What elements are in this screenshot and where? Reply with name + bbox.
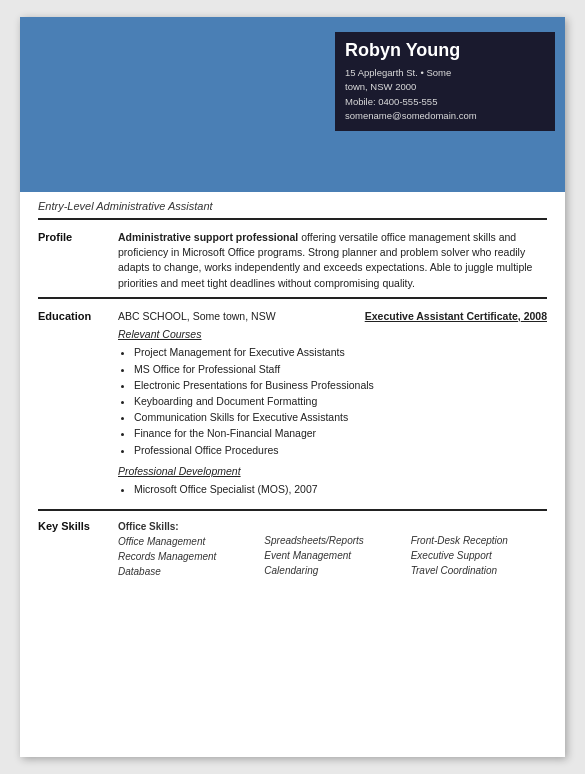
key-skills-label: Key Skills (38, 519, 118, 579)
address-line1: 15 Applegarth St. • Some (345, 67, 451, 78)
profile-bold-text: Administrative support professional (118, 231, 298, 243)
skill-col2-item1: Spreadsheets/Reports (264, 533, 400, 548)
skill-col1-label: Office Skills: (118, 519, 254, 534)
skill-col2-item2: Event Management (264, 548, 400, 563)
edu-header: ABC SCHOOL, Some town, NSW Executive Ass… (118, 309, 547, 324)
skill-col2-item3: Calendaring (264, 563, 400, 578)
list-item: Microsoft Office Specialist (MOS), 2007 (134, 482, 547, 497)
list-item: Communication Skills for Executive Assis… (134, 410, 547, 425)
profile-section: Profile Administrative support professio… (38, 226, 547, 291)
divider-skills (38, 509, 547, 511)
mobile: Mobile: 0400-555-555 (345, 96, 437, 107)
skill-col1-item1: Office Management (118, 534, 254, 549)
full-name: Robyn Young (345, 40, 545, 61)
skill-col3-item3: Travel Coordination (411, 563, 547, 578)
skill-col-2: Spreadsheets/Reports Event Management Ca… (264, 519, 400, 579)
education-label: Education (38, 309, 118, 503)
skills-grid: Office Skills: Office Management Records… (118, 519, 547, 579)
divider-education (38, 297, 547, 299)
relevant-courses-label: Relevant Courses (118, 327, 547, 342)
header-band: Robyn Young 15 Applegarth St. • Some tow… (20, 17, 565, 192)
job-title: Entry-Level Administrative Assistant (38, 200, 213, 212)
list-item: Electronic Presentations for Business Pr… (134, 378, 547, 393)
list-item: MS Office for Professional Staff (134, 362, 547, 377)
course-list: Project Management for Executive Assista… (134, 345, 547, 458)
profile-label: Profile (38, 230, 118, 291)
skill-col-1: Office Skills: Office Management Records… (118, 519, 254, 579)
name-box: Robyn Young 15 Applegarth St. • Some tow… (335, 32, 555, 131)
skill-col3-item2: Executive Support (411, 548, 547, 563)
education-section: Education ABC SCHOOL, Some town, NSW Exe… (38, 305, 547, 503)
list-item: Professional Office Procedures (134, 443, 547, 458)
skill-col1-item3: Database (118, 564, 254, 579)
list-item: Finance for the Non-Financial Manager (134, 426, 547, 441)
divider-profile (38, 218, 547, 220)
profile-body: Administrative support professional offe… (118, 230, 547, 291)
key-skills-body: Office Skills: Office Management Records… (118, 519, 547, 579)
key-skills-section: Key Skills Office Skills: Office Managem… (38, 515, 547, 579)
job-title-area: Entry-Level Administrative Assistant (20, 192, 565, 218)
email: somename@somedomain.com (345, 110, 477, 121)
address-line2: town, NSW 2000 (345, 81, 416, 92)
prof-dev-label: Professional Development (118, 464, 547, 479)
education-body: ABC SCHOOL, Some town, NSW Executive Ass… (118, 309, 547, 503)
edu-school: ABC SCHOOL, Some town, NSW (118, 309, 276, 324)
resume-page: Robyn Young 15 Applegarth St. • Some tow… (20, 17, 565, 757)
skill-col3-item1: Front-Desk Reception (411, 533, 547, 548)
prof-dev-list: Microsoft Office Specialist (MOS), 2007 (134, 482, 547, 497)
contact-info: 15 Applegarth St. • Some town, NSW 2000 … (345, 66, 545, 123)
list-item: Keyboarding and Document Formatting (134, 394, 547, 409)
content-area: Profile Administrative support professio… (20, 226, 565, 579)
edu-cert: Executive Assistant Certificate, 2008 (365, 309, 547, 324)
list-item: Project Management for Executive Assista… (134, 345, 547, 360)
skill-col1-item2: Records Management (118, 549, 254, 564)
skill-col-3: Front-Desk Reception Executive Support T… (411, 519, 547, 579)
